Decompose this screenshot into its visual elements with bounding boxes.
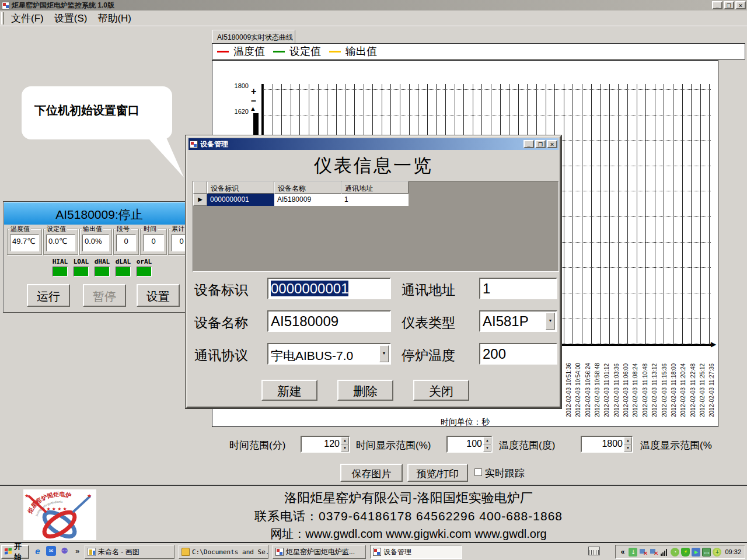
preview-print-button[interactable]: 预览/打印: [407, 464, 468, 482]
x-tick-label: 2012-02-03 11:06:00: [623, 349, 631, 417]
spin-down-icon[interactable]: ▼: [341, 444, 349, 452]
website-urls: 网址：www.gwdl.com www.gigwki.com www.gwdl.…: [93, 525, 724, 543]
pause-button[interactable]: 暂停: [83, 284, 126, 307]
chevron-down-icon[interactable]: ▼: [546, 313, 555, 330]
update-icon[interactable]: ⇣: [629, 548, 637, 556]
app-icon: [2, 2, 9, 9]
ie-icon[interactable]: e: [33, 546, 43, 556]
new-button[interactable]: 新建: [261, 380, 317, 401]
protocol-combobox[interactable]: 宇电AIBUS-7.0 ▼: [267, 343, 391, 365]
legend-swatch-setpoint: [273, 51, 285, 52]
device-manager-dialog: 设备管理 _ ❐ ✕ 仪表信息一览 设备标识 设备名称 通讯地址 ▶ 00000…: [186, 135, 561, 408]
menu-settings[interactable]: 设置(S): [51, 10, 95, 26]
legend-swatch-output: [329, 51, 341, 52]
messenger-icon[interactable]: ⚉: [60, 546, 69, 556]
minimize-icon[interactable]: _: [712, 1, 722, 9]
settings-button[interactable]: 设置: [137, 284, 180, 307]
close-button[interactable]: 关闭: [413, 380, 469, 401]
row-selector-arrow-icon[interactable]: ▶: [193, 194, 207, 206]
time-range-label: 时间范围(分): [229, 439, 285, 452]
col-device-id[interactable]: 设备标识: [207, 181, 274, 194]
keyboard-layout-icon[interactable]: [588, 547, 600, 555]
spin-up-icon[interactable]: ▲: [483, 437, 491, 444]
x-tick-label: 2012-02-03 10:54:00: [575, 349, 583, 417]
task-explorer[interactable]: C:\Documents and Se...: [179, 545, 268, 559]
start-button[interactable]: 开始: [1, 545, 29, 559]
task-monitor-app[interactable]: 炬星窑炉国炬电炉监...: [273, 545, 366, 559]
toolbox-icon[interactable]: ▭: [702, 548, 711, 556]
app-icon: [275, 548, 284, 556]
dialog-heading: 仪表信息一览: [187, 153, 560, 178]
device-table: 设备标识 设备名称 通讯地址 ▶ 0000000001 AI5180009 1: [193, 181, 559, 272]
col-device-name[interactable]: 设备名称: [274, 181, 341, 194]
footer: 炬星窑炉国炬电炉 juxingyaolu-guojudianlu ★ ★ ★ ★…: [0, 485, 747, 542]
cell-comm-addr[interactable]: 1: [341, 194, 409, 206]
v-gridline: [564, 84, 564, 345]
stop-temp-field[interactable]: 200: [479, 343, 557, 365]
spin-up-icon[interactable]: ▲: [341, 437, 349, 444]
spin-down-icon[interactable]: ▼: [483, 444, 491, 452]
device-id-field[interactable]: 0000000001: [267, 278, 391, 299]
dialog-maximize-icon[interactable]: ❐: [535, 140, 546, 148]
v-gridline: [609, 84, 610, 345]
time-display-label: 时间显示范围(%): [356, 439, 431, 452]
menu-file[interactable]: 文件(F): [8, 10, 51, 26]
device-name-field[interactable]: AI5180009: [267, 310, 391, 332]
shield-icon[interactable]: ⚡: [681, 548, 690, 556]
time-range-spinner[interactable]: 120 ▲▼: [301, 436, 350, 453]
restore-icon[interactable]: ❐: [724, 1, 734, 9]
chevron-down-icon[interactable]: ▼: [379, 345, 389, 362]
col-comm-addr[interactable]: 通讯地址: [341, 181, 409, 194]
y-scroll-up-icon[interactable]: ▲: [250, 105, 256, 112]
x-tick-label: 2012-02-03 10:58:48: [594, 349, 602, 417]
time-display-spinner[interactable]: 100 ▲▼: [446, 436, 493, 453]
y-tick-1620: 1620: [231, 108, 249, 115]
plus-status-icon[interactable]: +: [713, 548, 721, 556]
meter-type-combobox[interactable]: AI581P ▼: [479, 310, 557, 332]
run-button[interactable]: 运行: [27, 284, 70, 307]
tray-collapse-icon[interactable]: «: [618, 548, 627, 556]
quick-launch-overflow-icon[interactable]: »: [72, 546, 82, 556]
menu-help[interactable]: 帮助(H): [94, 10, 138, 26]
cell-device-id[interactable]: 0000000001: [207, 194, 274, 206]
paint-icon: [88, 548, 96, 556]
taskbar: 开始 e ✉ ⚉ » 未命名 - 画图 C:\Documents and Se.…: [0, 542, 747, 560]
mail-icon[interactable]: ✉: [46, 546, 56, 556]
dialog-titlebar[interactable]: 设备管理 _ ❐ ✕: [189, 138, 558, 150]
delete-button[interactable]: 删除: [337, 380, 393, 401]
comm-addr-field[interactable]: 1: [479, 278, 557, 299]
wireless-disconnected-icon[interactable]: ✕: [650, 548, 658, 556]
spin-up-icon[interactable]: ▲: [624, 437, 632, 444]
dialog-title: 设备管理: [200, 139, 228, 149]
tab-realtime-curve[interactable]: AI5180009实时状态曲线: [212, 30, 295, 43]
v-gridline: [591, 84, 592, 345]
x-tick-label: 2012-02-03 11:15:36: [661, 349, 669, 417]
table-row[interactable]: ▶ 0000000001 AI5180009 1: [193, 194, 558, 206]
cell-device-name[interactable]: AI5180009: [274, 194, 341, 206]
spin-down-icon[interactable]: ▼: [624, 444, 632, 452]
v-gridline: [664, 84, 664, 345]
browser-globe-icon[interactable]: ◔: [671, 548, 679, 556]
menubar: 文件(F) 设置(S) 帮助(H): [0, 10, 747, 26]
system-tray: « ⇣ ✕ ✕ ◔ ⚡ ▶ ▭ + 09:32: [615, 545, 745, 559]
save-image-button[interactable]: 保存图片: [340, 464, 403, 482]
v-gridline: [600, 84, 601, 345]
dialog-close-icon[interactable]: ✕: [547, 140, 557, 148]
v-gridline: [618, 84, 619, 345]
dialog-minimize-icon[interactable]: _: [523, 140, 534, 148]
close-icon[interactable]: ✕: [735, 1, 746, 9]
network-disconnected-icon[interactable]: ✕: [639, 548, 648, 556]
legend-label-setpoint: 设定值: [289, 44, 321, 58]
x-tick-label: 2012-02-03 11:20:24: [680, 349, 688, 417]
task-device-manager[interactable]: 设备管理: [370, 545, 462, 559]
task-paint[interactable]: 未命名 - 画图: [85, 545, 174, 559]
y-scroll-thumb[interactable]: [253, 113, 259, 136]
app-icon: [373, 548, 381, 556]
menu-grip[interactable]: [1, 12, 4, 24]
v-gridline: [691, 84, 692, 345]
v-gridline: [655, 84, 655, 345]
signal-strength-icon[interactable]: [660, 548, 669, 556]
temp-range-spinner[interactable]: 1800 ▲▼: [581, 436, 633, 453]
scheduler-icon[interactable]: ▶: [692, 548, 700, 556]
realtime-track-checkbox[interactable]: [474, 468, 482, 476]
